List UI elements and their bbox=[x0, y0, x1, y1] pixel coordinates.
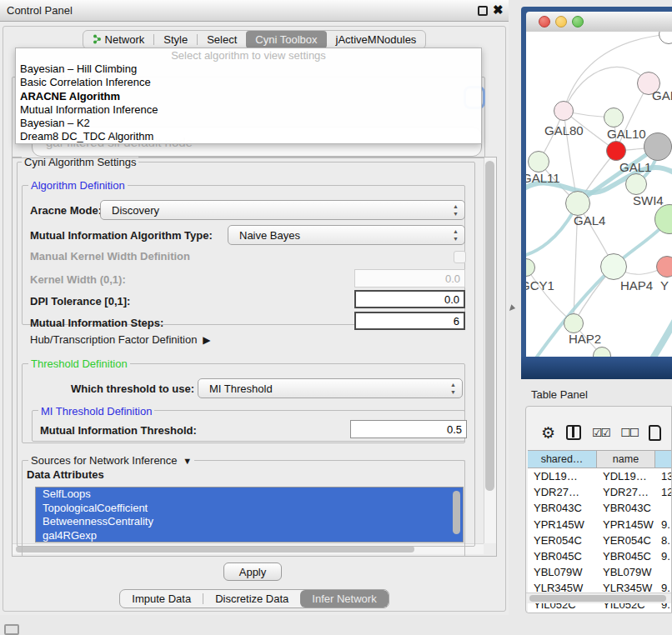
table-row[interactable]: YDL19…YDL19…13 bbox=[528, 468, 672, 484]
column-header-name[interactable]: name bbox=[597, 451, 655, 468]
split-columns-icon[interactable] bbox=[566, 425, 581, 440]
table-row[interactable]: YER054CYER054C8. bbox=[528, 532, 672, 548]
network-node-gal10[interactable] bbox=[604, 108, 624, 128]
column-header-shared…[interactable]: shared… bbox=[528, 451, 597, 468]
checked-boxes-icon[interactable]: ☑☑ bbox=[592, 426, 609, 439]
algorithm-option[interactable]: ARACNE Algorithm bbox=[16, 90, 481, 103]
bottom-tab-impute-data[interactable]: Impute Data bbox=[120, 590, 203, 608]
tab-cyni-toolbox[interactable]: Cyni Toolbox bbox=[246, 31, 326, 48]
data-attribute-item[interactable]: BetweennessCentrality bbox=[36, 515, 463, 529]
aracne-mode-combobox[interactable]: Discovery ▲▼ bbox=[100, 200, 465, 220]
algorithm-option[interactable]: Mutual Information Inference bbox=[16, 103, 481, 117]
table-cell: YBR043C bbox=[528, 500, 597, 516]
bottom-tab-group: Impute DataDiscretize DataInfer Network bbox=[119, 589, 389, 608]
control-panel: Control Panel ✖ NetworkStyleSelectCyni T… bbox=[0, 0, 509, 615]
tab-style[interactable]: Style bbox=[154, 31, 197, 48]
table-cell bbox=[655, 500, 672, 516]
expand-down-icon: ▼ bbox=[180, 456, 192, 466]
algorithm-option[interactable]: Bayesian – K2 bbox=[16, 117, 481, 130]
network-node-label: GCY1 bbox=[526, 278, 554, 292]
float-icon[interactable] bbox=[478, 6, 488, 16]
network-node-gal1[interactable] bbox=[606, 141, 626, 161]
algorithm-option[interactable]: Dream8 DC_TDC Algorithm bbox=[16, 130, 481, 143]
network-node-label: GAL bbox=[652, 88, 672, 102]
table-cell: YER054C bbox=[597, 532, 655, 548]
table-row[interactable]: YBL079WYBL079W bbox=[528, 564, 672, 580]
doc-icon[interactable] bbox=[649, 425, 661, 441]
network-canvas[interactable]: GALGAL80GAL10GAL1GAL11SWI4GAL4GCY1HAP4YH… bbox=[526, 32, 672, 357]
column-header-partial[interactable] bbox=[655, 451, 672, 468]
table-cell: YER054C bbox=[528, 532, 597, 548]
bottom-tab-infer-network[interactable]: Infer Network bbox=[300, 590, 388, 608]
bottom-tab-bar: Impute DataDiscretize DataInfer Network bbox=[0, 589, 509, 608]
table-cell: YDL19… bbox=[528, 468, 597, 484]
manual-kernel-width-label: Manual Kernel Width Definition bbox=[30, 250, 190, 262]
network-node-y[interactable] bbox=[656, 256, 672, 278]
mi-threshold-input[interactable] bbox=[350, 420, 467, 438]
tab-label: Cyni Toolbox bbox=[255, 33, 317, 46]
network-node-gal11[interactable] bbox=[528, 151, 549, 172]
zoom-traffic-light-icon[interactable] bbox=[572, 16, 584, 28]
algorithm-option[interactable]: Bayesian – Hill Climbing bbox=[16, 62, 481, 76]
table-row[interactable]: YBR043CYBR043C bbox=[528, 500, 672, 516]
algorithm-dropdown-popup: Select algorithm to view settings Bayesi… bbox=[15, 48, 482, 144]
node-table: shared…name YDL19…YDL19…13YDR27…YDR27…12… bbox=[528, 450, 672, 612]
table-cell: YDL19… bbox=[597, 468, 655, 484]
table-cell: 13 bbox=[655, 468, 672, 484]
spinner-arrows-icon: ▲▼ bbox=[453, 228, 459, 242]
list-scrollbar-thumb[interactable] bbox=[453, 491, 460, 534]
tab-label: Style bbox=[163, 33, 188, 46]
manual-kernel-width-checkbox[interactable] bbox=[454, 251, 466, 263]
kernel-width-label: Kernel Width (0,1): bbox=[30, 273, 126, 286]
network-node-hap4[interactable] bbox=[600, 253, 627, 280]
network-node-gal4[interactable] bbox=[565, 191, 590, 216]
network-node-swi4[interactable] bbox=[625, 173, 647, 195]
table-cell: 12 bbox=[655, 484, 672, 500]
table-horizontal-scrollbar-thumb[interactable] bbox=[529, 595, 666, 602]
mi-steps-label: Mutual Information Steps: bbox=[30, 317, 163, 329]
data-attribute-item[interactable]: TopologicalCoefficient bbox=[36, 502, 463, 516]
bottom-tab-discretize-data[interactable]: Discretize Data bbox=[203, 590, 300, 608]
table-row[interactable]: YDR27…YDR27…12 bbox=[528, 484, 672, 500]
which-threshold-combobox[interactable]: MI Threshold ▲▼ bbox=[198, 378, 463, 398]
kernel-width-input[interactable] bbox=[354, 269, 465, 288]
tab-label: Select bbox=[207, 33, 237, 46]
table-row[interactable]: YBR045CYBR045C9. bbox=[528, 548, 672, 564]
network-node-label: GAL1 bbox=[619, 160, 651, 174]
table-row[interactable]: YPR145WYPR145W9. bbox=[528, 517, 672, 532]
network-node-gal80[interactable] bbox=[554, 101, 574, 121]
close-traffic-light-icon[interactable] bbox=[539, 16, 550, 28]
sources-group-title[interactable]: Sources for Network Inference ▼ bbox=[28, 454, 194, 467]
control-panel-title: Control Panel bbox=[7, 4, 73, 17]
data-attribute-item[interactable]: SelfLoops bbox=[36, 488, 463, 502]
spinner-arrows-icon: ▲▼ bbox=[450, 381, 456, 396]
table-cell: YDR27… bbox=[597, 484, 655, 500]
tab-network[interactable]: Network bbox=[83, 31, 154, 48]
table-panel-title: Table Panel bbox=[531, 388, 588, 401]
network-node-hap2[interactable] bbox=[564, 313, 584, 333]
network-node-label: SWI4 bbox=[633, 193, 664, 208]
algorithm-option[interactable]: Basic Correlation Inference bbox=[16, 76, 481, 89]
dpi-tolerance-input[interactable] bbox=[354, 290, 465, 308]
expand-right-icon: ▶ bbox=[200, 334, 211, 346]
corner-widget[interactable] bbox=[4, 624, 19, 635]
unchecked-boxes-icon[interactable]: ☐☐ bbox=[620, 426, 638, 439]
network-node[interactable] bbox=[644, 132, 672, 161]
mi-algorithm-type-combobox[interactable]: Naive Bayes ▲▼ bbox=[228, 225, 465, 245]
vertical-scrollbar-thumb[interactable] bbox=[485, 161, 494, 491]
mi-steps-input[interactable] bbox=[354, 312, 465, 330]
gear-icon[interactable]: ⚙ bbox=[541, 425, 555, 441]
data-attribute-item[interactable]: gal4RGexp bbox=[36, 529, 463, 542]
apply-button[interactable]: Apply bbox=[223, 562, 282, 581]
table-cell: YBR043C bbox=[597, 500, 655, 516]
tab-label: Network bbox=[105, 33, 145, 46]
data-attributes-list[interactable]: SelfLoopsTopologicalCoefficientBetweenne… bbox=[35, 487, 464, 542]
table-cell: 8. bbox=[655, 532, 672, 548]
tab-select[interactable]: Select bbox=[198, 31, 246, 48]
minimize-traffic-light-icon[interactable] bbox=[555, 16, 567, 28]
hub-definition-expander[interactable]: Hub/Transcription Factor Definition ▶ bbox=[30, 333, 211, 346]
tab-jactivemnodules[interactable]: jActiveMNodules bbox=[327, 31, 426, 48]
mi-threshold-label: Mutual Information Threshold: bbox=[40, 424, 197, 437]
close-icon[interactable]: ✖ bbox=[493, 2, 504, 18]
algorithm-definition-title: Algorithm Definition bbox=[28, 179, 128, 192]
